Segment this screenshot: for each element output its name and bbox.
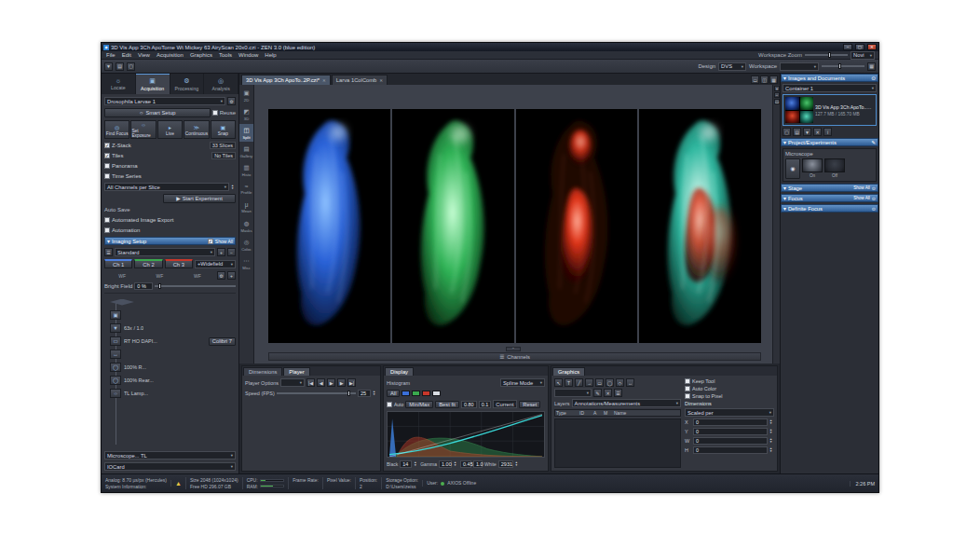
gamma-preset-045[interactable]: 0.45 xyxy=(460,460,471,468)
container-select[interactable]: Container 1▾ xyxy=(783,84,877,92)
workspace-config-icon[interactable]: ▦ xyxy=(867,62,876,71)
beam-splitter-icon[interactable] xyxy=(110,299,134,306)
warning-icon[interactable]: ▲ xyxy=(170,480,182,487)
focus-header[interactable]: ▾ Focus Show All⊙ xyxy=(781,194,878,202)
gamma-preset-1[interactable]: 1.0 xyxy=(473,460,483,468)
histogram-plot[interactable] xyxy=(387,411,545,458)
scaled-per-select[interactable]: Scaled per▾ xyxy=(685,408,774,417)
find-focus-button[interactable]: ◎Find Focus xyxy=(104,120,129,139)
tab-dimensions[interactable]: Dimensions xyxy=(243,367,282,376)
white-stepper[interactable]: ▲▼ xyxy=(515,461,520,467)
h-stepper[interactable]: ▲▼ xyxy=(769,447,774,453)
smart-setup-button[interactable]: ☼Smart Setup xyxy=(104,108,211,117)
view-tab-3d[interactable]: ◩3D xyxy=(239,105,253,123)
channel-view-red[interactable] xyxy=(516,109,638,343)
menu-window[interactable]: Window xyxy=(238,52,259,58)
doc-open-icon[interactable]: ▤ xyxy=(793,128,801,136)
layout-grid-icon[interactable]: ▦ xyxy=(769,75,778,84)
rect-tool-icon[interactable]: ▭ xyxy=(595,378,604,387)
view-tab-split[interactable]: ◫Split xyxy=(239,124,253,142)
more-tools-icon[interactable]: ☰ xyxy=(614,389,622,397)
zstack-checkbox[interactable] xyxy=(104,143,110,148)
player-prev-button[interactable]: ◀ xyxy=(317,378,325,387)
bestfit-low-field[interactable]: 0.80 xyxy=(461,401,477,408)
text-tool-icon[interactable]: T xyxy=(565,378,573,387)
channel-gear-icon[interactable]: ⚙ xyxy=(217,271,225,280)
objective-icon[interactable]: ▼ xyxy=(110,323,121,333)
annotations-table-body[interactable] xyxy=(554,418,681,468)
maximize-button[interactable]: ▢ xyxy=(855,44,864,50)
doc-info-icon[interactable]: i xyxy=(823,128,832,136)
gamma-stepper[interactable]: ▲▼ xyxy=(454,461,458,467)
workspace-zoom-slider[interactable] xyxy=(805,54,848,56)
channel-tab-1[interactable]: Ch 1 xyxy=(104,259,132,268)
remove-preset-icon[interactable]: − xyxy=(227,248,236,256)
show-all-checkbox[interactable] xyxy=(208,239,213,244)
speed-slider[interactable] xyxy=(277,392,356,394)
player-next-button[interactable]: ▶ xyxy=(337,378,346,387)
preset-select[interactable]: Standard▾ xyxy=(115,248,215,256)
stage-header[interactable]: ▾ Stage Show All⊙ xyxy=(781,184,878,192)
profile-select[interactable]: Novi▾ xyxy=(851,51,875,60)
pin-icon[interactable]: ⊙ xyxy=(872,206,876,212)
document-tab-2[interactable]: Larva 1ColComb✕ xyxy=(332,75,388,85)
tl-lamp-icon[interactable]: ☼ xyxy=(110,389,121,398)
view-tab-coloc[interactable]: ◎Coloc xyxy=(239,236,253,254)
brightfield-value[interactable]: 0 % xyxy=(134,282,153,290)
tiles-checkbox[interactable] xyxy=(104,153,110,158)
reflector-icon[interactable]: ▭ xyxy=(110,336,121,346)
curve-target-select[interactable]: Current▾ xyxy=(493,400,517,408)
menu-acquisition[interactable]: Acquisition xyxy=(156,52,184,58)
minmax-button[interactable]: Min/Max xyxy=(405,401,433,408)
bestfit-button[interactable]: Best fit xyxy=(435,401,459,408)
close-tab-icon[interactable]: ✕ xyxy=(379,78,383,83)
open-icon[interactable]: ▤ xyxy=(116,62,124,71)
view-tab-masks[interactable]: ◍Masks xyxy=(239,217,253,235)
x-stepper[interactable]: ▲▼ xyxy=(769,419,774,425)
design-select[interactable]: DVS▾ xyxy=(718,62,746,71)
focus-show-all[interactable]: Show All xyxy=(853,196,870,200)
keep-tool-checkbox[interactable] xyxy=(685,378,690,384)
document-tab-1[interactable]: 3D Vis App 3Ch ApoTo..2P.czi*✕ xyxy=(241,75,331,85)
add-preset-icon[interactable]: + xyxy=(217,248,225,256)
blue-channel-chip[interactable] xyxy=(402,391,410,396)
view-tab-misc[interactable]: ⋯Misc xyxy=(239,254,253,272)
player-first-button[interactable]: |◀ xyxy=(306,378,315,387)
doc-save-icon[interactable]: ▼ xyxy=(803,128,811,136)
automation-checkbox[interactable] xyxy=(104,227,110,233)
workspace-select[interactable]: ▾ xyxy=(780,62,819,71)
tab-player[interactable]: Player xyxy=(283,367,309,376)
start-experiment-button[interactable]: ▶Start Experiment xyxy=(163,194,236,203)
rearport-label[interactable]: 100% Rear... xyxy=(124,377,154,383)
channels-bar[interactable]: ☰ Channels xyxy=(268,352,761,361)
view-tab-profile[interactable]: ≈Profile xyxy=(239,180,253,198)
reflector-label[interactable]: RT HO DAPI... xyxy=(124,338,206,344)
set-exposure-button[interactable]: ☼Set Exposure xyxy=(130,120,156,139)
rearport-icon[interactable]: ◯ xyxy=(110,376,121,385)
view-tab-histo[interactable]: ▥Histo xyxy=(239,161,253,179)
add-channel-select[interactable]: +Widefield▾ xyxy=(195,260,236,268)
layers-select[interactable]: Annotations/Measurements▾ xyxy=(572,399,681,407)
player-last-button[interactable]: ▶| xyxy=(347,378,356,387)
x-field[interactable]: 0 xyxy=(693,418,768,426)
menu-help[interactable]: Help xyxy=(264,52,277,58)
layout-split-icon[interactable]: ◫ xyxy=(760,75,769,84)
channel-tab-3[interactable]: Ch 3 xyxy=(165,259,193,268)
view-tab-gallery[interactable]: ▤Gallery xyxy=(239,143,253,160)
panorama-checkbox[interactable] xyxy=(104,163,110,169)
stage-specimen-icon[interactable]: ↔ xyxy=(110,350,121,359)
imaging-setup-header[interactable]: ▾ Imaging Setup Show All xyxy=(104,237,236,245)
channel-view-green[interactable] xyxy=(392,109,514,343)
black-stepper[interactable]: ▲▼ xyxy=(414,461,418,467)
bestfit-high-field[interactable]: 0.1 xyxy=(479,401,492,408)
channel-view-blue[interactable] xyxy=(268,109,390,343)
y-field[interactable]: 0 xyxy=(693,428,768,435)
project-header[interactable]: ▾ Project/Experiments ✎ xyxy=(781,138,878,146)
gamma-field[interactable]: 1.00 xyxy=(439,460,452,468)
reuse-checkbox[interactable] xyxy=(212,110,218,116)
camera-port-icon[interactable]: ▣ xyxy=(110,310,121,320)
channel-mode-select[interactable]: All Channels per Slice▾ xyxy=(104,183,229,191)
layout-single-icon[interactable]: ▭ xyxy=(751,75,759,84)
line-tool-icon[interactable]: ╱ xyxy=(575,378,583,387)
time-series-checkbox[interactable] xyxy=(104,173,110,179)
